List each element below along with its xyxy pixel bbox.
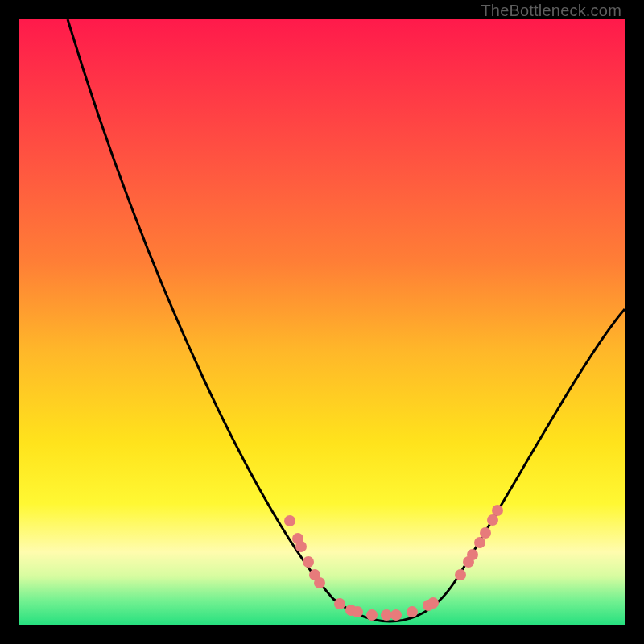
highlight-dot bbox=[390, 609, 402, 621]
highlight-dot bbox=[407, 606, 418, 617]
highlight-dot bbox=[427, 597, 439, 609]
highlight-dot bbox=[480, 527, 491, 539]
highlight-dot bbox=[381, 609, 392, 621]
highlight-dot bbox=[284, 515, 295, 526]
highlight-dot bbox=[314, 577, 325, 588]
bottleneck-curve bbox=[68, 19, 625, 621]
highlight-dot bbox=[334, 598, 345, 609]
highlight-dot bbox=[467, 549, 478, 560]
chart-frame bbox=[19, 19, 625, 625]
highlight-dot bbox=[352, 606, 363, 617]
highlight-dot bbox=[455, 569, 466, 580]
highlight-dot bbox=[295, 541, 307, 552]
chart-svg bbox=[19, 19, 625, 625]
highlight-dot bbox=[366, 609, 378, 621]
highlight-dot bbox=[474, 537, 485, 548]
highlight-dot bbox=[487, 514, 498, 526]
watermark-text: TheBottleneck.com bbox=[481, 2, 621, 20]
highlight-dot bbox=[492, 505, 503, 516]
highlight-dot bbox=[303, 556, 314, 568]
highlight-dots-group bbox=[284, 505, 503, 621]
